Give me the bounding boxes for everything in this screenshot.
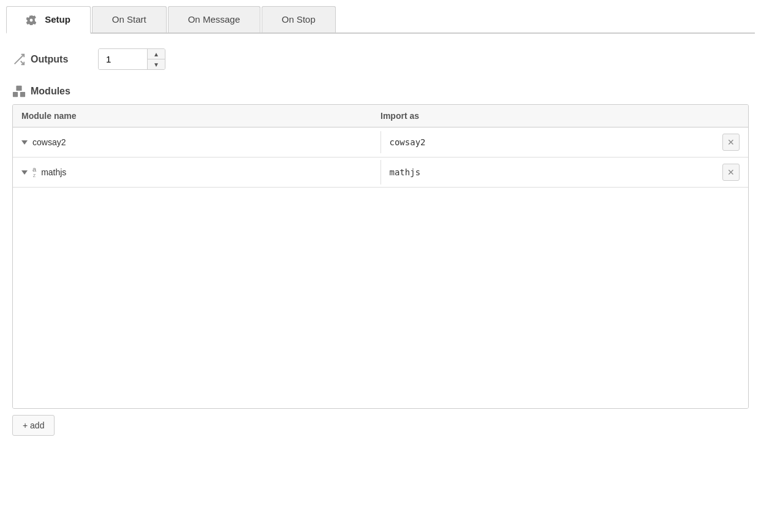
module-import-cell-1: cowsay2 ✕ — [381, 127, 749, 157]
chevron-down-icon[interactable] — [21, 170, 28, 175]
add-button[interactable]: + add — [12, 415, 55, 436]
tab-on-start[interactable]: On Start — [92, 6, 167, 32]
module-import-2: mathjs — [390, 167, 718, 177]
modules-label: Modules — [12, 85, 749, 98]
column-header-name: Module name — [21, 111, 380, 121]
az-icon: a z — [32, 166, 36, 178]
spinner-down-button[interactable]: ▼ — [148, 59, 165, 69]
module-name-1: cowsay2 — [32, 137, 66, 147]
chevron-down-icon[interactable] — [21, 140, 28, 145]
table-header: Module name Import as — [13, 105, 748, 127]
outputs-input[interactable] — [99, 49, 148, 69]
svg-rect-3 — [20, 92, 25, 97]
table-row: a z mathjs mathjs ✕ — [13, 158, 748, 188]
empty-area — [13, 188, 748, 408]
tab-bar: Setup On Start On Message On Stop — [6, 6, 755, 34]
module-import-cell-2: mathjs ✕ — [381, 158, 749, 187]
outputs-label: Outputs — [12, 53, 86, 66]
module-name-cell-1: cowsay2 — [13, 131, 381, 153]
column-header-import: Import as — [380, 111, 740, 121]
spinner-up-button[interactable]: ▲ — [148, 49, 165, 59]
tab-setup-label: Setup — [45, 14, 70, 25]
modules-section: Modules Module name Import as cowsay2 co… — [6, 85, 755, 409]
table-row: cowsay2 cowsay2 ✕ — [13, 127, 748, 158]
tab-on-stop[interactable]: On Stop — [262, 6, 336, 32]
remove-button-2[interactable]: ✕ — [722, 164, 740, 181]
modules-icon — [12, 85, 26, 98]
module-name-cell-2: a z mathjs — [13, 160, 381, 184]
gear-icon — [26, 14, 41, 25]
tab-on-stop-label: On Stop — [282, 14, 316, 25]
tab-on-message[interactable]: On Message — [168, 6, 260, 32]
tab-on-start-label: On Start — [112, 14, 146, 25]
modules-table: Module name Import as cowsay2 cowsay2 ✕ … — [12, 104, 749, 409]
outputs-icon — [12, 53, 26, 66]
svg-rect-2 — [13, 92, 18, 97]
remove-button-1[interactable]: ✕ — [722, 134, 740, 151]
outputs-row: Outputs ▲ ▼ — [6, 48, 755, 70]
tab-on-message-label: On Message — [188, 14, 240, 25]
spinner-buttons: ▲ ▼ — [148, 49, 165, 69]
module-name-2: mathjs — [41, 167, 66, 177]
outputs-spinner[interactable]: ▲ ▼ — [98, 48, 165, 70]
tab-setup[interactable]: Setup — [6, 6, 91, 34]
svg-rect-4 — [16, 86, 21, 91]
module-import-1: cowsay2 — [390, 137, 718, 147]
